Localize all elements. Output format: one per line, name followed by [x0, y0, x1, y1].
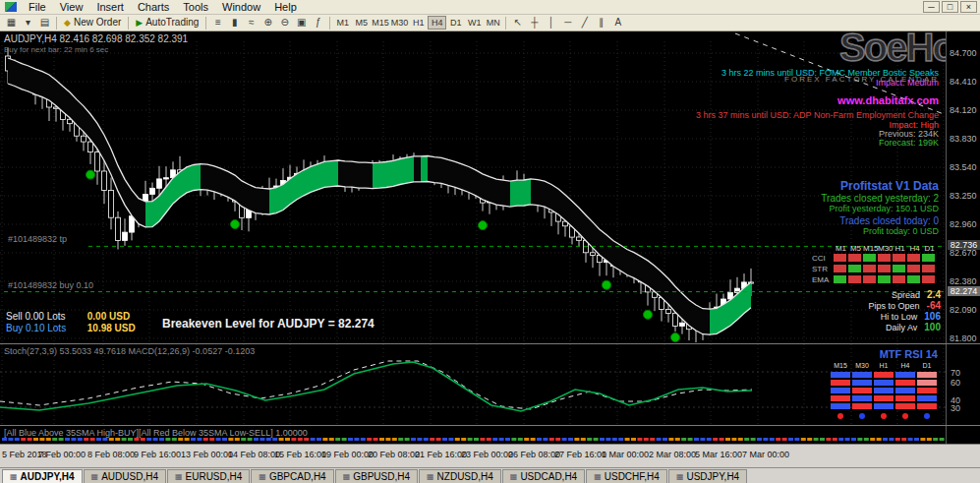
time-axis-label: 5 Mar 16:00 — [695, 450, 742, 459]
timeframe-m1[interactable]: M1 — [333, 16, 352, 30]
horizontal-line-icon[interactable]: ─ — [559, 16, 576, 30]
stat-value: -64 — [927, 300, 941, 311]
menu-charts[interactable]: Charts — [131, 1, 176, 13]
stat-row: Daily Av100 — [886, 322, 941, 332]
chart-tab-icon: ▦ — [175, 472, 183, 481]
menu-file[interactable]: File — [22, 1, 53, 13]
new-order-button[interactable]: ◆New Order — [60, 16, 125, 30]
profitstat-line: Profit yesterday: 150.1 USD — [829, 204, 939, 213]
timeframe-h1[interactable]: H1 — [409, 16, 428, 30]
rsi-cell — [917, 388, 937, 393]
zoom-in-icon[interactable]: ⊕ — [259, 16, 276, 30]
time-axis-label: 26 Feb 08:00 — [508, 450, 560, 459]
timeframe-w1[interactable]: W1 — [465, 16, 484, 30]
matrix-header: M1 — [834, 244, 848, 253]
signal-strip-axis — [946, 426, 980, 444]
time-axis-label: 2 Mar 08:00 — [649, 450, 696, 459]
text-label-icon[interactable]: A — [609, 16, 626, 30]
rsi-cell — [852, 403, 872, 409]
crosshair-icon[interactable]: ┼ — [526, 16, 543, 30]
menu-view[interactable]: View — [53, 1, 90, 13]
price-axis-label: 83.830 — [950, 134, 977, 144]
profitstat-line: Trades closed today: 0 — [839, 215, 939, 226]
menu-insert[interactable]: Insert — [89, 1, 131, 13]
close-button[interactable]: × — [960, 1, 977, 13]
price-axis-label: 84.700 — [950, 48, 977, 58]
news-line: 3 hrs 37 mins until USD: ADP Non-Farm Em… — [696, 110, 939, 120]
indicators-icon[interactable]: ƒ — [310, 16, 326, 30]
timeframe-mn[interactable]: MN — [484, 16, 502, 30]
tab-gbpusdh4[interactable]: ▦GBPUSD,H4 — [335, 469, 418, 483]
time-axis-label: 8 Feb 08:00 — [87, 450, 135, 459]
menu-window[interactable]: Window — [215, 1, 267, 13]
tab-usdcadh4[interactable]: ▦USDCAD,H4 — [502, 469, 585, 483]
rsi-cell — [895, 372, 915, 378]
rsi-cell — [874, 388, 894, 393]
timeframe-m5[interactable]: M5 — [352, 16, 371, 30]
autotrading-button[interactable]: ▶AutoTrading — [132, 16, 202, 30]
rsi-cell — [895, 380, 915, 386]
vertical-line-icon[interactable]: │ — [543, 16, 559, 30]
timeframe-m15[interactable]: M15 — [371, 16, 390, 30]
chart-tab-icon: ▦ — [427, 472, 434, 481]
chart-ohlc-title: AUDJPY,H4 82.416 82.698 82.352 82.391 — [4, 33, 188, 44]
menu-help[interactable]: Help — [267, 1, 304, 13]
tab-nzdusdh4[interactable]: ▦NZDUSD,H4 — [419, 469, 501, 483]
candlestick-chart-icon[interactable]: ▮ — [226, 16, 243, 30]
profiles-icon[interactable]: ▤ — [36, 16, 53, 30]
tab-usdchfh4[interactable]: ▦USDCHF,H4 — [586, 469, 667, 483]
menu-tools[interactable]: Tools — [176, 1, 215, 13]
price-axis-label: 81.800 — [950, 333, 977, 343]
toolbar-separator — [56, 17, 57, 30]
multi-timeframe-matrix: M1M5M15M30H1H4D1CCISTREMA — [812, 244, 942, 289]
tab-audusdh4[interactable]: ▦AUDUSD,H4 — [84, 469, 166, 483]
new-order-icon: ◆ — [64, 16, 71, 30]
stat-value: 106 — [924, 311, 941, 322]
next-bar-timer: Buy for next bar: 22 min 6 sec — [4, 45, 108, 54]
tab-audjpyh4[interactable]: ▦AUDJPY,H4 — [2, 469, 83, 483]
price-axis[interactable]: 82.736 82.274 84.70084.41084.12083.83083… — [946, 31, 980, 343]
stat-label: Daily Av — [886, 323, 917, 332]
rsi-cell — [852, 388, 872, 393]
time-axis-label: 9 Feb 16:00 — [134, 450, 181, 459]
toolbar-separator — [329, 17, 330, 30]
stochastic-subwindow[interactable]: Stoch(27,3,9) 53.5033 49.7618 MACD(12,26… — [0, 344, 946, 425]
matrix-cell — [834, 275, 846, 283]
timeframe-m30[interactable]: M30 — [390, 16, 410, 30]
tab-gbpcadh4[interactable]: ▦GBPCAD,H4 — [251, 469, 333, 483]
bar-chart-icon[interactable]: ≡ — [209, 16, 226, 30]
chart-tab-icon: ▦ — [259, 472, 266, 481]
rsi-cell — [917, 395, 937, 401]
matrix-cell — [893, 265, 905, 272]
chart-tab-icon: ▦ — [91, 472, 99, 481]
timeframe-h4[interactable]: H4 — [428, 16, 446, 30]
tab-eurusdh4[interactable]: ▦EURUSD,H4 — [167, 469, 250, 483]
templates-icon[interactable]: ▣ — [293, 16, 310, 30]
matrix-header: H4 — [907, 244, 922, 253]
menu-items: FileViewInsertChartsToolsWindowHelp — [22, 1, 304, 13]
chart-list-icon[interactable]: ▾ — [20, 16, 36, 30]
minimize-button[interactable]: ─ — [923, 1, 940, 13]
menu-bar: FileViewInsertChartsToolsWindowHelp ─□× — [0, 0, 980, 15]
new-chart-icon[interactable]: ▦ — [3, 16, 20, 30]
channel-icon[interactable]: ∥ — [593, 16, 609, 30]
line-chart-icon[interactable]: ≈ — [243, 16, 259, 30]
rsi-cell — [831, 388, 850, 393]
zoom-out-icon[interactable]: ⊖ — [276, 16, 293, 30]
window-controls: ─□× — [923, 1, 980, 13]
sma-signal-strip: [All Blue Above 35SMA High-BUY][All Red … — [0, 426, 946, 444]
price-axis-label: 83.250 — [950, 191, 977, 201]
time-axis[interactable]: 5 Feb 20187 Feb 00:008 Feb 08:009 Feb 16… — [0, 445, 980, 467]
restore-button[interactable]: □ — [942, 1, 958, 13]
stat-row: Pips to Open-64 — [869, 300, 941, 311]
chart-tab-icon: ▦ — [10, 472, 18, 481]
cursor-icon[interactable]: ↖ — [509, 16, 526, 30]
rsi-dot — [881, 413, 887, 419]
trendline-icon[interactable]: ╱ — [576, 16, 593, 30]
rsi-cell — [831, 403, 850, 409]
stoch-scale-label: 70 — [951, 368, 960, 378]
matrix-row-label: STR — [812, 265, 828, 273]
tab-usdjpyh4[interactable]: ▦USDJPY,H4 — [668, 469, 747, 483]
timeframe-d1[interactable]: D1 — [446, 16, 465, 30]
matrix-cell — [848, 275, 861, 283]
